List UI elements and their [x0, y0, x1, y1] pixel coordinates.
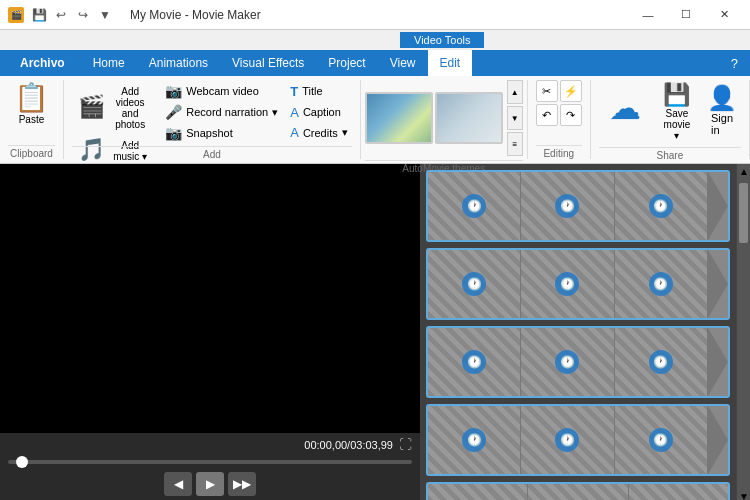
sign-in-button[interactable]: 👤 Signin [703, 80, 741, 140]
clips-area[interactable]: 🕐 🕐 🕐 🕐 🕐 🕐 [420, 164, 736, 500]
window-controls: — ☐ ✕ [630, 0, 742, 30]
clip-segment-5-1 [428, 484, 528, 500]
record-narration-button[interactable]: 🎤 Record narration ▾ [161, 102, 282, 122]
title-bar-left: 🎬 💾 ↩ ↪ ▼ My Movie - Movie Maker [8, 6, 271, 24]
credits-button[interactable]: A Credits ▾ [286, 123, 352, 142]
add-videos-button[interactable]: 🎬 Add videosand photos [72, 80, 157, 134]
snapshot-icon: 📷 [165, 125, 182, 141]
add-col1: 🎬 Add videosand photos 🎵 Add music ▾ [72, 80, 157, 144]
webcam-video-button[interactable]: 📷 Webcam video [161, 81, 282, 101]
theme-scroll-up[interactable]: ▲ [507, 80, 523, 104]
tab-project[interactable]: Project [316, 50, 377, 76]
clip-strip-3[interactable]: 🕐 🕐 🕐 [426, 326, 730, 398]
clock-icon-4-1: 🕐 [462, 428, 486, 452]
clip-arrow-3 [708, 328, 728, 396]
maximize-button[interactable]: ☐ [668, 0, 704, 30]
theme-scroll-down[interactable]: ▼ [507, 106, 523, 130]
clip-strip-5-inner [428, 484, 728, 500]
clip-strip-2[interactable]: 🕐 🕐 🕐 [426, 248, 730, 320]
clip-segment-3-3: 🕐 [615, 328, 708, 396]
clip-segment-5-3 [629, 484, 728, 500]
clips-scrollbar[interactable]: ▲ ▼ [736, 164, 750, 500]
share-content: ☁ 💾 Savemovie ▾ 👤 Signin [599, 80, 741, 145]
qa-dropdown-button[interactable]: ▼ [96, 6, 114, 24]
theme-scroll [365, 92, 503, 144]
clock-icon-2-2: 🕐 [555, 272, 579, 296]
clip-segment-4-2: 🕐 [521, 406, 614, 474]
main-area: 00:00,00/03:03,99 ⛶ ◀ ▶ ▶▶ 🕐 🕐 [0, 164, 750, 500]
save-qa-button[interactable]: 💾 [30, 6, 48, 24]
video-tools-bar: Video Tools [0, 30, 750, 50]
minimize-button[interactable]: — [630, 0, 666, 30]
credits-label: Credits [303, 127, 338, 139]
webcam-icon: 📷 [165, 83, 182, 99]
clock-icon-4-3: 🕐 [649, 428, 673, 452]
caption-label: Caption [303, 106, 341, 118]
help-button[interactable]: ? [723, 56, 746, 71]
add-group: 🎬 Add videosand photos 🎵 Add music ▾ 📷 W… [64, 80, 361, 159]
clip-segment-2-3: 🕐 [615, 250, 708, 318]
split-icon[interactable]: ⚡ [560, 80, 582, 102]
tab-animations[interactable]: Animations [137, 50, 220, 76]
clip-segment-3-2: 🕐 [521, 328, 614, 396]
clip-strip-2-inner: 🕐 🕐 🕐 [428, 250, 728, 318]
prev-frame-button[interactable]: ◀ [164, 472, 192, 496]
tab-view[interactable]: View [378, 50, 428, 76]
clip-strip-1[interactable]: 🕐 🕐 🕐 [426, 170, 730, 242]
tab-home[interactable]: Home [81, 50, 137, 76]
clip-strip-1-inner: 🕐 🕐 🕐 [428, 172, 728, 240]
add-col3: T Title A Caption A Credits ▾ [286, 80, 352, 144]
title-icon: T [290, 84, 298, 99]
close-button[interactable]: ✕ [706, 0, 742, 30]
add-videos-label: Add videosand photos [109, 86, 151, 130]
window-title: My Movie - Movie Maker [130, 8, 261, 22]
onedrive-button[interactable]: ☁ [599, 80, 651, 136]
next-frame-button[interactable]: ▶▶ [228, 472, 256, 496]
tab-archivo[interactable]: Archivo [4, 50, 81, 76]
tab-visual-effects[interactable]: Visual Effects [220, 50, 316, 76]
add-videos-icon: 🎬 [78, 96, 105, 118]
seek-bar[interactable] [0, 456, 420, 468]
scroll-down-arrow[interactable]: ▼ [737, 489, 750, 500]
save-movie-button[interactable]: 💾 Savemovie ▾ [655, 80, 699, 145]
rotate-right-icon[interactable]: ↷ [560, 104, 582, 126]
video-tools-tab[interactable]: Video Tools [400, 32, 484, 48]
caption-button[interactable]: A Caption [286, 103, 352, 122]
play-button[interactable]: ▶ [196, 472, 224, 496]
redo-qa-button[interactable]: ↪ [74, 6, 92, 24]
clip-segment-1-1: 🕐 [428, 172, 521, 240]
automovie-group: ▲ ▼ ≡ AutoMovie themes [361, 80, 528, 159]
tab-edit[interactable]: Edit [428, 50, 473, 76]
scroll-thumb[interactable] [739, 183, 748, 243]
title-button[interactable]: T Title [286, 82, 352, 101]
fullscreen-button[interactable]: ⛶ [399, 437, 412, 452]
add-content: 🎬 Add videosand photos 🎵 Add music ▾ 📷 W… [72, 80, 352, 144]
clip-segment-3-1: 🕐 [428, 328, 521, 396]
snapshot-button[interactable]: 📷 Snapshot [161, 123, 282, 143]
video-canvas[interactable] [0, 164, 420, 433]
clipboard-content: 📋 Paste [8, 80, 55, 143]
clip-strip-4[interactable]: 🕐 🕐 🕐 [426, 404, 730, 476]
seek-track[interactable] [8, 460, 412, 464]
theme-scroll-more[interactable]: ≡ [507, 132, 523, 156]
playback-controls: ◀ ▶ ▶▶ [0, 468, 420, 500]
trim-icon[interactable]: ✂ [536, 80, 558, 102]
paste-button[interactable]: 📋 Paste [8, 80, 55, 129]
theme-thumb-1[interactable] [365, 92, 433, 144]
clip-segment-1-3: 🕐 [615, 172, 708, 240]
clock-icon-2-1: 🕐 [462, 272, 486, 296]
theme-content: ▲ ▼ ≡ [365, 80, 523, 156]
clip-strip-5[interactable] [426, 482, 730, 500]
rotate-left-icon[interactable]: ↶ [536, 104, 558, 126]
scroll-up-arrow[interactable]: ▲ [737, 164, 750, 179]
mic-icon: 🎤 [165, 104, 182, 120]
theme-thumb-2[interactable] [435, 92, 503, 144]
share-label: Share [599, 147, 741, 161]
editing-label: Editing [536, 145, 582, 159]
user-icon: 👤 [707, 84, 737, 112]
clip-segment-4-3: 🕐 [615, 406, 708, 474]
seek-thumb[interactable] [16, 456, 28, 468]
undo-qa-button[interactable]: ↩ [52, 6, 70, 24]
clock-icon-2-3: 🕐 [649, 272, 673, 296]
clock-icon-3-2: 🕐 [555, 350, 579, 374]
